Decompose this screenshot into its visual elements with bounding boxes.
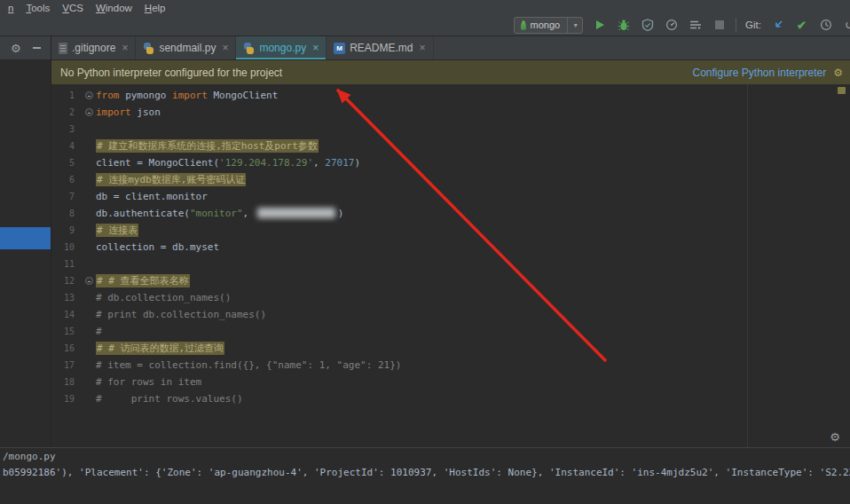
fold-icon[interactable] xyxy=(82,91,96,99)
commit-button[interactable]: ✔ xyxy=(794,18,809,33)
mongodb-icon xyxy=(521,20,526,30)
line-number: 14 xyxy=(51,310,82,319)
menu-item-window[interactable]: Window xyxy=(90,1,138,15)
menu-item-tools[interactable]: Tools xyxy=(20,1,56,15)
line-number: 17 xyxy=(51,360,82,370)
code-text: db.authenticate("monitor", ) xyxy=(96,208,343,219)
profiler-button[interactable] xyxy=(664,18,679,33)
code-editor[interactable]: 1from pymongo import MongoClient2import … xyxy=(51,84,850,447)
code-line[interactable]: 18# for rows in item xyxy=(51,374,850,390)
code-area[interactable]: 1from pymongo import MongoClient2import … xyxy=(51,87,850,407)
coverage-shield-icon xyxy=(641,19,654,32)
code-line[interactable]: 2import json xyxy=(51,104,850,121)
code-segment: MongoClient xyxy=(213,90,278,101)
toolbar-separator xyxy=(736,18,736,32)
run-config-selector[interactable]: mongo ▼ xyxy=(514,17,584,34)
code-text: # for rows in item xyxy=(96,376,201,388)
line-number: 19 xyxy=(51,394,82,404)
code-segment: db = client.monitor xyxy=(96,191,208,202)
project-tree[interactable] xyxy=(0,60,51,447)
run-button[interactable] xyxy=(592,18,607,33)
interpreter-banner: No Python interpreter configured for the… xyxy=(51,60,850,84)
line-number: 5 xyxy=(51,158,82,168)
update-project-button[interactable] xyxy=(770,18,785,33)
code-text: client = MongoClient('129.204.178.29', 2… xyxy=(96,157,360,169)
line-number: 13 xyxy=(51,293,82,303)
run-config-name: mongo xyxy=(531,20,561,30)
code-line[interactable]: 16# # 访问表的数据,过滤查询 xyxy=(51,340,850,357)
code-line[interactable]: 8db.authenticate("monitor", ) xyxy=(51,205,850,222)
code-line[interactable]: 5client = MongoClient('129.204.178.29', … xyxy=(51,154,850,171)
fold-minus-icon xyxy=(85,277,93,285)
code-line[interactable]: 19# print rows.values() xyxy=(51,390,850,407)
code-segment: import xyxy=(96,106,137,118)
close-icon[interactable]: × xyxy=(420,42,426,54)
profiler-gauge-icon xyxy=(665,19,678,31)
tab-mongo-py[interactable]: mongo.py× xyxy=(236,36,327,59)
banner-message: No Python interpreter configured for the… xyxy=(60,67,282,79)
code-line[interactable]: 9# 连接表 xyxy=(51,222,850,239)
code-line[interactable]: 10collection = db.myset xyxy=(51,239,850,256)
code-line[interactable]: 7db = client.monitor xyxy=(51,188,850,205)
history-button[interactable] xyxy=(818,18,833,33)
code-segment: # item = collection.find({}, {"name": 1,… xyxy=(96,359,401,371)
debug-bug-icon xyxy=(618,19,630,31)
code-line[interactable]: 13# db.collection_names() xyxy=(51,289,850,306)
code-line[interactable]: 15# xyxy=(51,323,850,340)
banner-settings-icon[interactable]: ⚙ xyxy=(833,67,843,79)
menu-item-n[interactable]: n xyxy=(2,1,20,15)
hide-panel-minus-icon[interactable] xyxy=(33,47,41,49)
code-text: import json xyxy=(96,106,161,118)
code-line[interactable]: 3 xyxy=(51,121,850,138)
inspection-marker[interactable] xyxy=(838,87,846,94)
code-line[interactable]: 14# print db.collection_names() xyxy=(51,306,850,323)
line-number: 10 xyxy=(51,242,82,252)
revert-button[interactable]: ↺ xyxy=(842,18,850,33)
editor-tabs: .gitignore×sendmail.py×mongo.py×MREADME.… xyxy=(51,36,850,60)
code-line[interactable]: 11 xyxy=(51,256,850,272)
line-number: 12 xyxy=(51,276,82,286)
close-icon[interactable]: × xyxy=(122,42,128,54)
tab-readme-md[interactable]: MREADME.md× xyxy=(327,36,433,59)
line-number: 3 xyxy=(51,124,82,134)
code-line[interactable]: 1from pymongo import MongoClient xyxy=(51,87,850,104)
code-line[interactable]: 17# item = collection.find({}, {"name": … xyxy=(51,357,850,374)
editor-settings-gear-icon[interactable]: ⚙ xyxy=(830,430,840,444)
revert-icon: ↺ xyxy=(845,18,850,32)
tab-label: sendmail.py xyxy=(159,42,216,54)
tab-label: .gitignore xyxy=(72,42,115,54)
code-segment: from xyxy=(96,90,125,101)
line-number: 4 xyxy=(51,141,82,151)
code-text: # 连接mydb数据库,账号密码认证 xyxy=(96,173,246,186)
close-icon[interactable]: × xyxy=(312,42,319,54)
gear-icon[interactable]: ⚙ xyxy=(11,43,21,54)
console-path-line: /mongo.py xyxy=(0,448,850,463)
concurrency-button[interactable] xyxy=(688,18,703,33)
text-file-icon xyxy=(59,43,67,54)
code-text: # # 查看全部表名称 xyxy=(96,274,190,287)
code-line[interactable]: 12# # 查看全部表名称 xyxy=(51,272,850,289)
main-area: ⚙ .gitignore×sendmail.py×mongo.py×MREADM… xyxy=(0,36,850,447)
code-line[interactable]: 4# 建立和数据库系统的连接,指定host及port参数 xyxy=(51,138,850,154)
menu-item-help[interactable]: Help xyxy=(138,1,172,15)
fold-icon[interactable] xyxy=(82,108,96,116)
code-segment: # for rows in item xyxy=(96,376,201,388)
stop-button[interactable] xyxy=(712,18,727,33)
debug-button[interactable] xyxy=(616,18,631,33)
configure-interpreter-link[interactable]: Configure Python interpreter xyxy=(692,67,826,79)
code-segment: # 连接表 xyxy=(96,224,138,237)
tab-label: mongo.py xyxy=(259,42,306,54)
code-text: # item = collection.find({}, {"name": 1,… xyxy=(96,359,401,371)
code-line[interactable]: 6# 连接mydb数据库,账号密码认证 xyxy=(51,171,850,188)
close-icon[interactable]: × xyxy=(222,42,228,54)
fold-icon[interactable] xyxy=(82,277,96,285)
tab-gitignore[interactable]: .gitignore× xyxy=(51,36,136,59)
selected-tree-item[interactable] xyxy=(0,227,51,249)
run-icon xyxy=(596,20,604,29)
menu-item-vcs[interactable]: VCS xyxy=(56,1,90,15)
tab-sendmail-py[interactable]: sendmail.py× xyxy=(136,36,236,59)
right-margin-guide xyxy=(747,84,748,447)
line-number: 7 xyxy=(51,192,82,201)
coverage-button[interactable] xyxy=(640,18,655,33)
code-segment: # xyxy=(96,326,102,337)
